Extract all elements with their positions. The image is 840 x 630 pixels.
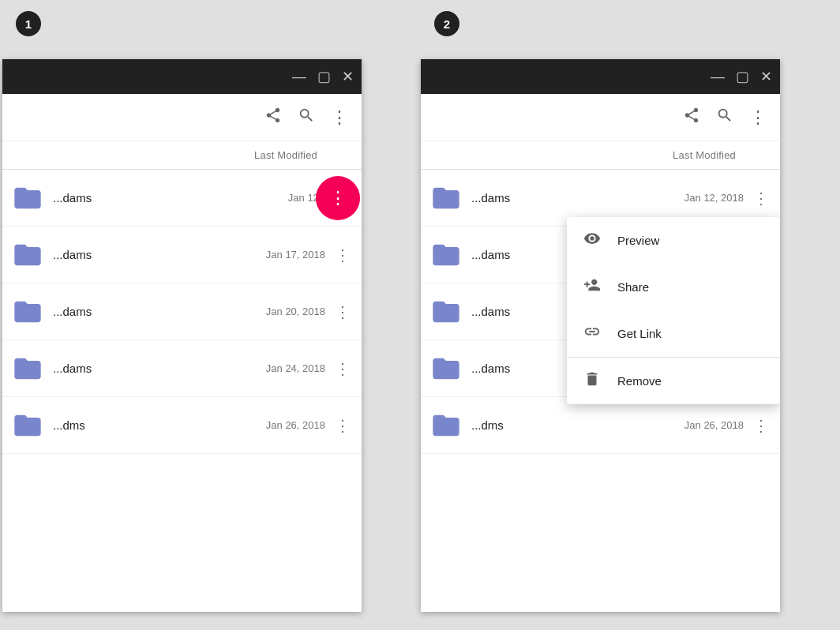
- preview-icon: [583, 230, 602, 251]
- share-person-icon: [583, 276, 602, 298]
- step-badge-1: 1: [16, 11, 41, 36]
- item-name: ...dams: [471, 362, 510, 375]
- more-button[interactable]: ⋮: [332, 241, 354, 269]
- item-left: ...dams: [2, 182, 288, 214]
- item-name: ...dms: [53, 418, 85, 432]
- title-bar-1: — ▢ ✕: [2, 59, 362, 94]
- item-name: ...dms: [471, 418, 504, 432]
- share-icon-1[interactable]: [264, 107, 282, 128]
- more-button[interactable]: ⋮: [332, 411, 354, 440]
- item-left: ...dms: [421, 410, 684, 441]
- folder-icon: [430, 353, 462, 384]
- link-icon: [583, 323, 602, 344]
- list-item: ...dams Jan 17, 2018 ⋮: [2, 227, 362, 283]
- more-fab-button[interactable]: ⋮: [316, 176, 360, 220]
- context-menu-label-get-link: Get Link: [617, 327, 662, 340]
- more-button[interactable]: ⋮: [750, 411, 772, 440]
- list-header-1: Last Modified: [2, 141, 362, 170]
- search-icon-1[interactable]: [298, 107, 315, 128]
- item-date: Jan 26, 2018: [684, 419, 744, 431]
- title-bar-2: — ▢ ✕: [421, 59, 780, 94]
- item-left: ...dams: [2, 296, 266, 328]
- more-button[interactable]: ⋮: [750, 184, 772, 212]
- folder-icon: [430, 410, 462, 441]
- folder-icon: [12, 296, 43, 328]
- more-button[interactable]: ⋮: [332, 298, 354, 326]
- item-date: Jan 20, 2018: [266, 306, 325, 317]
- close-btn-1[interactable]: ✕: [342, 69, 354, 84]
- list-content-1: ...dams Jan 12, 2018 ⋮ ...dams Jan 17, 2…: [2, 170, 362, 612]
- list-item: ...dms Jan 26, 2018 ⋮: [421, 397, 780, 454]
- item-name: ...dams: [471, 305, 510, 318]
- item-date: Jan 24, 2018: [266, 362, 325, 374]
- item-left: ...dams: [421, 182, 684, 214]
- window-2: — ▢ ✕ ⋮ Last Modified ...dams: [421, 59, 780, 612]
- folder-icon: [12, 182, 43, 214]
- list-item: ...dams Jan 24, 2018 ⋮: [2, 340, 362, 397]
- folder-icon: [430, 296, 462, 328]
- last-modified-label-2: Last Modified: [673, 149, 736, 161]
- item-date: Jan 12, 2018: [684, 192, 744, 204]
- context-menu-label-preview: Preview: [617, 234, 659, 247]
- toolbar-1: ⋮: [2, 94, 362, 141]
- folder-icon: [12, 353, 43, 384]
- window-1: — ▢ ✕ ⋮ Last Modified ...d: [2, 59, 362, 612]
- item-name: ...dams: [471, 191, 510, 204]
- context-menu-item-preview[interactable]: Preview: [567, 217, 780, 264]
- item-name: ...dams: [53, 191, 92, 204]
- last-modified-label-1: Last Modified: [254, 149, 317, 161]
- close-btn-2[interactable]: ✕: [760, 69, 772, 84]
- item-name: ...dams: [53, 305, 92, 318]
- context-menu: Preview Share Get Link: [567, 217, 780, 404]
- item-name: ...dams: [53, 362, 92, 375]
- context-menu-label-share: Share: [617, 280, 649, 294]
- context-menu-item-share[interactable]: Share: [567, 264, 780, 310]
- context-menu-item-remove[interactable]: Remove: [567, 358, 780, 404]
- item-left: ...dams: [2, 239, 266, 271]
- folder-icon: [12, 410, 43, 441]
- list-header-2: Last Modified: [421, 141, 780, 170]
- minimize-btn-1[interactable]: —: [292, 69, 306, 84]
- item-name: ...dams: [53, 248, 92, 261]
- search-icon-2[interactable]: [716, 107, 733, 128]
- share-icon-2[interactable]: [683, 107, 700, 128]
- step-badge-2: 2: [434, 11, 459, 36]
- list-item: ...dms Jan 26, 2018 ⋮: [2, 397, 362, 454]
- item-date: Jan 26, 2018: [266, 419, 325, 431]
- list-item: ...dams Jan 12, 2018 ⋮: [2, 170, 362, 227]
- list-content-2: ...dams Jan 12, 2018 ⋮ ...dams Jan 17, 2…: [421, 170, 780, 612]
- item-date: Jan 17, 2018: [266, 249, 325, 261]
- more-button[interactable]: ⋮: [332, 354, 354, 383]
- context-menu-item-get-link[interactable]: Get Link: [567, 310, 780, 357]
- folder-icon: [430, 239, 462, 271]
- list-item: ...dams Jan 20, 2018 ⋮: [2, 283, 362, 340]
- folder-icon: [430, 182, 462, 214]
- more-icon-1[interactable]: ⋮: [331, 107, 349, 128]
- context-menu-label-remove: Remove: [617, 374, 662, 388]
- more-icon-2[interactable]: ⋮: [749, 107, 767, 128]
- toolbar-2: ⋮: [421, 94, 780, 141]
- minimize-btn-2[interactable]: —: [711, 69, 725, 84]
- item-name: ...dams: [471, 248, 510, 261]
- maximize-btn-1[interactable]: ▢: [317, 69, 331, 84]
- folder-icon: [12, 239, 43, 271]
- item-left: ...dams: [2, 353, 266, 384]
- trash-icon: [583, 370, 602, 392]
- maximize-btn-2[interactable]: ▢: [736, 69, 749, 84]
- item-left: ...dms: [2, 410, 266, 441]
